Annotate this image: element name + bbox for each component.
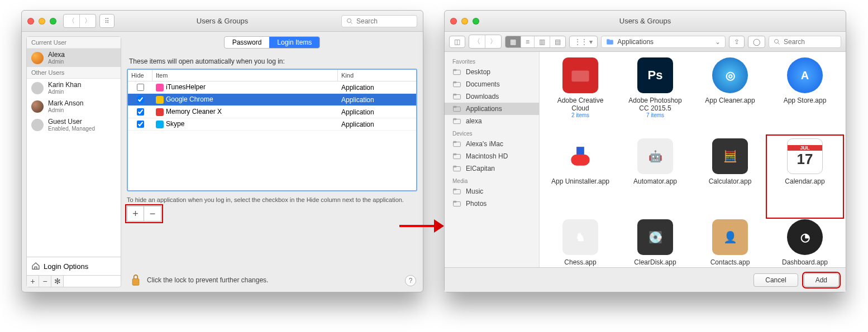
sidebar-item[interactable]: Macintosh HD <box>445 150 539 162</box>
tab-password[interactable]: Password <box>225 37 270 48</box>
kind-cell: Application <box>338 108 416 116</box>
table-row[interactable]: Google ChromeApplication <box>128 94 416 106</box>
user-row[interactable]: Mark Anson Admin <box>27 97 121 116</box>
grid-item[interactable]: ◎App Cleaner.app <box>693 55 767 136</box>
add-remove-login-item-group: + − <box>127 206 161 222</box>
hide-checkbox[interactable] <box>137 108 144 116</box>
sidebar-item-label: Desktop <box>466 68 490 76</box>
app-icon <box>156 96 164 104</box>
grid-item[interactable]: 🤖Automator.app <box>618 136 693 217</box>
sidebar-item[interactable]: Photos <box>445 198 539 210</box>
annotation-arrow-icon <box>399 215 444 237</box>
grid-item[interactable]: AApp Store.app <box>767 55 842 136</box>
user-row[interactable]: Guest User Enabled, Managed <box>27 116 121 134</box>
grid-item[interactable]: Adobe Creative Cloud2 items <box>543 55 618 136</box>
svg-line-6 <box>778 42 780 44</box>
item-cell: Skype <box>152 120 338 128</box>
user-row[interactable]: Karin Khan Admin <box>27 79 121 97</box>
icon-view-button[interactable]: ▦ <box>505 36 521 47</box>
applications-folder-icon <box>606 38 614 46</box>
item-label: App Uninstaller.app <box>551 177 609 185</box>
sidebar-item[interactable]: Alexa's iMac <box>445 138 539 150</box>
sidebar-item[interactable]: Applications <box>445 103 539 115</box>
search-field[interactable] <box>769 36 841 48</box>
folder-icon <box>452 165 461 172</box>
sidebar-item-label: Music <box>466 187 483 195</box>
item-label: Adobe Photoshop CC 2015.5 <box>624 97 686 112</box>
grid-item[interactable]: PsAdobe Photoshop CC 2015.57 items <box>618 55 693 136</box>
lock-text: Click the lock to prevent further change… <box>147 276 268 284</box>
hide-checkbox[interactable] <box>137 84 144 91</box>
sidebar-item[interactable]: ElCapitan <box>445 162 539 175</box>
app-icon: 🧮 <box>712 138 748 174</box>
hide-checkbox[interactable] <box>137 121 144 128</box>
col-kind: Kind <box>338 70 416 81</box>
sidebar-item[interactable]: alexa <box>445 115 539 127</box>
share-button[interactable]: ⇪ <box>729 36 744 47</box>
sidebar-item-label: Applications <box>466 105 502 113</box>
sidebar-item[interactable]: Music <box>445 185 539 198</box>
avatar-icon <box>31 52 44 64</box>
folder-icon <box>452 140 461 148</box>
item-sublabel: 2 items <box>571 112 589 118</box>
sidebar-item[interactable]: Desktop <box>445 66 539 78</box>
user-role: Admin <box>48 89 81 95</box>
add-login-item-button[interactable]: + <box>127 206 144 221</box>
hide-checkbox[interactable] <box>137 96 144 103</box>
path-label: Applications <box>617 38 654 46</box>
user-row-current[interactable]: Alexa Admin <box>27 49 121 67</box>
search-input[interactable] <box>784 38 840 46</box>
tags-button[interactable]: ◯ <box>748 36 765 47</box>
column-view-button[interactable]: ▥ <box>535 36 550 47</box>
avatar-icon <box>31 119 44 131</box>
item-label: Adobe Creative Cloud <box>550 97 611 112</box>
list-view-button[interactable]: ≡ <box>521 36 535 47</box>
app-icon <box>156 121 164 128</box>
sidebar-item[interactable]: Documents <box>445 78 539 90</box>
tab-login-items[interactable]: Login Items <box>269 37 319 48</box>
cancel-button[interactable]: Cancel <box>753 273 798 287</box>
svg-rect-28 <box>576 147 584 154</box>
login-items-hint: These items will open automatically when… <box>129 57 415 65</box>
item-label: Contacts.app <box>710 258 750 266</box>
titlebar: Users & Groups <box>445 11 846 32</box>
sidebar-header-other: Other Users <box>27 67 121 79</box>
add-user-button[interactable]: + <box>27 276 39 287</box>
gallery-view-button[interactable]: ▤ <box>550 36 565 47</box>
forward-button[interactable]: 〉 <box>485 35 501 48</box>
help-button[interactable]: ? <box>405 275 416 286</box>
col-hide: Hide <box>128 70 152 81</box>
grid-item[interactable]: 👤Contacts.app <box>693 217 767 267</box>
grid-item[interactable]: App Uninstaller.app <box>543 136 618 217</box>
table-row[interactable]: Memory Cleaner XApplication <box>128 106 416 118</box>
grid-item[interactable]: 💽ClearDisk.app <box>618 217 693 267</box>
item-cell: Google Chrome <box>152 95 338 104</box>
login-options-button[interactable]: Login Options <box>27 257 121 275</box>
back-button[interactable]: 〈 <box>469 35 485 48</box>
arrange-button[interactable]: ⋮⋮ ▾ <box>570 36 597 47</box>
path-dropdown[interactable]: Applications ⌄ <box>601 36 726 48</box>
sidebar-item[interactable]: Downloads <box>445 90 539 103</box>
svg-rect-2 <box>132 279 139 286</box>
window-title: Users & Groups <box>22 17 423 25</box>
app-icon: Ps <box>637 57 673 93</box>
col-item: Item <box>152 70 338 81</box>
chevron-updown-icon: ⌄ <box>715 38 721 46</box>
remove-user-button[interactable]: − <box>39 276 51 287</box>
table-row[interactable]: SkypeApplication <box>128 118 416 131</box>
app-icon <box>562 57 598 93</box>
actions-gear-button[interactable]: ✻ <box>51 276 64 287</box>
user-name: Mark Anson <box>48 99 83 107</box>
add-button[interactable]: Add <box>804 273 839 287</box>
table-row[interactable]: iTunesHelperApplication <box>128 81 416 94</box>
item-sublabel: 7 items <box>646 112 664 118</box>
remove-login-item-button[interactable]: − <box>144 206 161 221</box>
lock-icon[interactable] <box>130 273 141 287</box>
grid-item[interactable]: ♞Chess.app <box>543 217 618 267</box>
toggle-sidebar-button[interactable]: ◫ <box>450 36 465 47</box>
folder-icon <box>452 93 461 100</box>
grid-item[interactable]: JUL17Calendar.app <box>767 136 842 217</box>
grid-item[interactable]: ◔Dashboard.app <box>767 217 842 267</box>
app-icon <box>156 108 164 116</box>
grid-item[interactable]: 🧮Calculator.app <box>693 136 767 217</box>
